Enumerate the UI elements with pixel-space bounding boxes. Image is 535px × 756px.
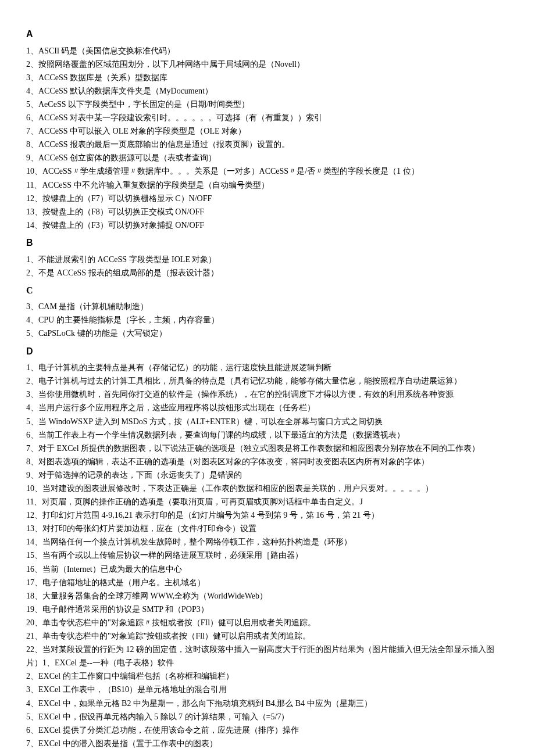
list-item: 4、EXCel 中，如果单元格 B2 中为星期一，那么向下拖动填充柄到 B4,那… xyxy=(26,697,509,710)
list-item: 19、电子邮件通常采用的协议是 SMTP 和（POP3） xyxy=(26,603,509,616)
section-header: A xyxy=(26,27,509,42)
list-item: 2、电子计算机与过去的计算工具相比，所具备的特点是（具有记忆功能，能够存储大量信… xyxy=(26,374,509,388)
list-item: 6、当前工作表上有一个学生情况数据列表，要查询每门课的均成绩，以下最适宜的方法是… xyxy=(26,428,509,442)
list-item: 14、当网络任何一个接点计算机发生故障时，整个网络停顿工作，这种拓扑构造是（环形… xyxy=(26,535,509,549)
list-item: 5、当 WindoWSXP 进入到 MSDoS 方式，按（ALT+ENTER）键… xyxy=(26,415,509,428)
list-item: 4、当用户运行多个应用程序之后，这些应用程序将以按钮形式出现在（任务栏） xyxy=(26,401,509,414)
list-item: 2、不是 ACCeSS 报表的组成局部的是（报表设计器） xyxy=(26,266,509,280)
list-item: 18、大量服务器集合的全球万维网 WWW,全称为（WorldWideWeb） xyxy=(26,589,509,603)
list-item: 10、ACCeSS〃学生成绩管理〃数据库中。。。关系是（一对多）ACCeSS〃是… xyxy=(26,164,509,178)
list-item: 1、电子计算机的主要特点是具有（存储记忆）的功能，运行速度快且能进展逻辑判断 xyxy=(26,361,509,374)
section-header: C xyxy=(26,283,509,298)
list-item: 5、EXCel 中，假设再单元格内输入 5 除以 7 的计算结果，可输入（=5/… xyxy=(26,710,509,723)
list-item: 7、EXCel 中的潜入图表是指（置于工作表中的图表） xyxy=(26,737,509,750)
list-item: 5、CaPSLoCk 键的功能是（大写锁定） xyxy=(26,327,509,340)
list-item: 1、ASCIl 码是（美国信息交换标准代码） xyxy=(26,44,509,58)
list-item: 22、当对某段设置的行距为 12 磅的固定值，这时该段落中插入一副高度大于行距的… xyxy=(26,643,509,669)
list-item: 3、CAM 是指（计算机辅助制造） xyxy=(26,300,509,313)
list-item: 12、打印幻灯片范围 4-9,16,21 表示打印的是（幻灯片编号为第 4 号到… xyxy=(26,508,509,522)
list-item: 3、当你使用微机时，首先同你打交道的软件是（操作系统），在它的控制调度下才得以方… xyxy=(26,388,509,401)
list-item: 9、ACCeSS 创立窗体的数据源可以是（表或者查询） xyxy=(26,151,509,164)
list-item: 6、EXCel 提供了分类汇总功能，在使用该命令之前，应先进展（排序）操作 xyxy=(26,723,509,737)
list-item: 8、对图表选项的编辑，表达不正确的选项是（对图表区对象的字体改变，将同时改变图表… xyxy=(26,455,509,468)
list-item: 4、ACCeSS 默认的数据库文件夹是（MyDocument） xyxy=(26,84,509,98)
list-item: 13、对打印的每张幻灯片要加边框，应在（文件/打印命令）设置 xyxy=(26,522,509,535)
list-item: 3、ACCeSS 数据库是（关系）型数据库 xyxy=(26,71,509,84)
list-item: 13、按键盘上的（F8）可以切换正交模式 ON/OFF xyxy=(26,205,509,218)
section-header: B xyxy=(26,235,509,250)
list-item: 2、按照网络覆盖的区域范围划分，以下几种网络中属于局域网的是（Novell） xyxy=(26,58,509,71)
list-item: 1、不能进展索引的 ACCeSS 字段类型是 IOLE 对象） xyxy=(26,253,509,266)
list-item: 8、ACCeSS 报表的最后一页底部输出的信息是通过（报表页脚）设置的。 xyxy=(26,138,509,151)
list-item: 9、对于筛选掉的记录的表达，下面（永远丧失了）是错误的 xyxy=(26,468,509,482)
list-item: 10、当对建设的图表进展修改时，下表达正确是（工作表的数据和相应的图表是关联的，… xyxy=(26,482,509,495)
list-item: 17、电子信箱地址的格式是（用户名。主机域名） xyxy=(26,576,509,589)
list-item: 15、当有两个或以上传输层协议一样的网络进展互联时，必须采用［路由器） xyxy=(26,549,509,562)
list-item: 3、EXCel 工作表中，（B$10）是单元格地址的混合引用 xyxy=(26,683,509,696)
list-item: 7、对于 EXCel 所提供的数据图表，以下说法正确的选项是（独立式图表是将工作… xyxy=(26,442,509,455)
list-item: 21、单击专状态栏中的"对象追踪"按钮或者按（Fll）健可以启用或者关闭追踪。 xyxy=(26,629,509,643)
section-header: D xyxy=(26,344,509,359)
list-item: 16、当前（Internet）已成为最大的信息中心 xyxy=(26,562,509,576)
list-item: 2、EXCel 的主工作窗口中编辑栏包括（名称框和编辑栏） xyxy=(26,669,509,683)
list-item: 7、ACCeSS 中可以嵌入 OLE 对象的字段类型是（OLE 对象） xyxy=(26,124,509,138)
list-item: 6、ACCeSS 对表中某一字段建设索引时。。。。。。可选择（有（有重复））索引 xyxy=(26,111,509,124)
list-item: 14、按键盘上的（F3）可以切换对象捕捉 ON/OFF xyxy=(26,218,509,232)
list-item: 20、单击专状态栏中的"对象追踪〃按钮或者按（FIl）健可以启用或者关闭追踪。 xyxy=(26,616,509,629)
list-item: 5、AeCeSS 以下字段类型中，字长固定的是（日期/时间类型） xyxy=(26,98,509,111)
list-item: 11、对页眉，页脚的操作正确的选项是（要取消页眉，可再页眉或页脚对话框中单击自定… xyxy=(26,495,509,508)
list-item: 12、按键盘上的（F7）可以切换栅格显示 C）N/OFF xyxy=(26,192,509,205)
list-item: 4、CPU 的主要性能指标是（字长，主频，内存容量） xyxy=(26,313,509,327)
document-content: A1、ASCIl 码是（美国信息交换标准代码）2、按照网络覆盖的区域范围划分，以… xyxy=(26,27,509,750)
list-item: 11、ACCeSS 中不允许输入重复数据的字段类型是（自动编号类型） xyxy=(26,178,509,192)
